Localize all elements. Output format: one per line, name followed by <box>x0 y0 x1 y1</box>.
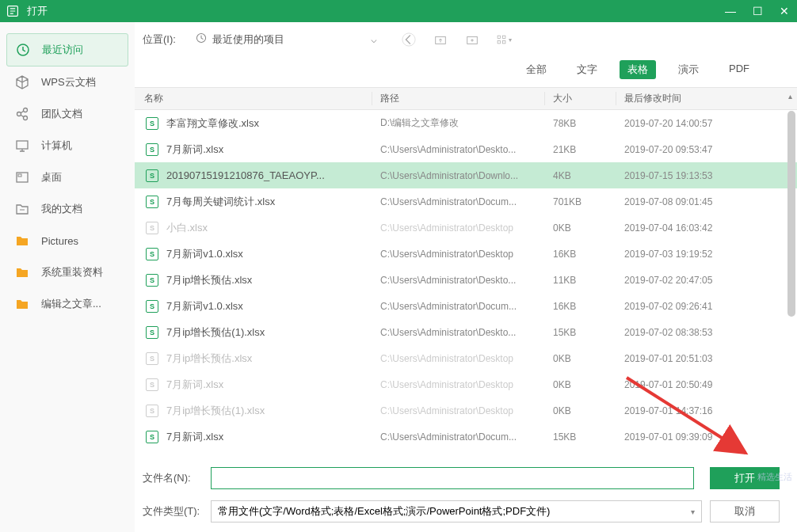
file-path: C:\Users\Administrator\Docum... <box>372 196 545 207</box>
col-name-header[interactable]: 名称 <box>135 92 372 105</box>
file-size: 16KB <box>545 301 616 312</box>
file-row[interactable]: S7月ip增长预估(1).xlsxC:\Users\Administrator\… <box>135 397 797 424</box>
sidebar-item-label: Pictures <box>41 235 78 247</box>
file-row[interactable]: S7月每周关键词统计.xlsxC:\Users\Administrator\Do… <box>135 188 797 215</box>
filter-tab-文字[interactable]: 文字 <box>569 60 605 79</box>
svg-rect-15 <box>502 40 505 44</box>
file-date: 2019-07-01 09:39:09 <box>616 431 797 443</box>
share-icon <box>14 106 30 122</box>
file-date: 2019-07-04 16:03:42 <box>616 222 797 234</box>
sidebar-item-6[interactable]: Pictures <box>0 225 135 256</box>
file-size: 15KB <box>545 431 616 443</box>
clock-icon <box>15 42 31 58</box>
file-date: 2019-07-01 20:51:03 <box>616 353 797 364</box>
file-path: C:\Users\Administrator\Docum... <box>372 301 545 312</box>
col-date-header[interactable]: 最后修改时间▴ <box>616 92 797 105</box>
scrollbar-thumb[interactable] <box>787 111 795 317</box>
xlsx-icon: S <box>146 221 160 235</box>
filter-tab-演示[interactable]: 演示 <box>670 60 707 79</box>
minimize-button[interactable]: ― <box>724 5 737 17</box>
monitor-icon <box>14 138 30 154</box>
cube-icon <box>14 74 30 90</box>
file-row[interactable]: S7月ip增长预估(1).xlsxC:\Users\Administrator\… <box>135 319 797 345</box>
svg-point-3 <box>24 108 28 112</box>
col-size-header[interactable]: 大小 <box>545 92 616 105</box>
watermark: 精选生活 <box>757 471 792 483</box>
close-button[interactable]: ✕ <box>778 5 791 17</box>
file-date: 2019-07-20 09:53:47 <box>616 144 797 155</box>
filetype-select[interactable]: 常用文件(文字/Word格式;表格/Excel格式;演示/PowerPoint格… <box>211 500 702 522</box>
file-row[interactable]: S7月新词.xlsxC:\Users\Administrator\Desktop… <box>135 371 797 397</box>
svg-rect-5 <box>17 141 28 149</box>
xlsx-icon: S <box>146 404 160 418</box>
sidebar-item-label: 桌面 <box>41 170 62 184</box>
file-date: 2019-07-15 19:13:53 <box>616 170 797 181</box>
file-date: 2019-07-08 09:01:45 <box>616 196 797 207</box>
up-folder-icon[interactable] <box>433 32 448 48</box>
file-row[interactable]: S7月ip增长预估.xlsxC:\Users\Administrator\Des… <box>135 345 797 371</box>
titlebar: 打开 ― ☐ ✕ <box>0 0 797 22</box>
location-dropdown[interactable]: 最近使用的项目 ⌵ <box>195 32 377 48</box>
sidebar-item-5[interactable]: 我的文档 <box>0 193 135 225</box>
filter-tab-PDF[interactable]: PDF <box>721 60 757 79</box>
file-size: 0KB <box>545 353 616 364</box>
filetype-label: 文件类型(T): <box>143 504 203 519</box>
back-icon[interactable] <box>401 32 417 48</box>
maximize-button[interactable]: ☐ <box>751 5 764 17</box>
sidebar-item-8[interactable]: 编辑之文章... <box>0 288 135 320</box>
sidebar-item-2[interactable]: 团队文档 <box>0 98 135 130</box>
xlsx-icon: S <box>146 247 160 261</box>
filename-label: 文件名(N): <box>143 471 203 485</box>
file-size: 701KB <box>545 196 616 207</box>
location-bar: 位置(I): 最近使用的项目 ⌵ ▾ <box>135 32 797 57</box>
filter-tab-全部[interactable]: 全部 <box>518 60 555 79</box>
file-row[interactable]: S小白.xlsxC:\Users\Administrator\Desktop0K… <box>135 215 797 241</box>
file-size: 4KB <box>545 170 616 181</box>
sidebar-item-0[interactable]: 最近访问 <box>6 33 128 66</box>
xlsx-icon: S <box>146 142 160 157</box>
sidebar-item-label: 团队文档 <box>41 107 82 121</box>
xlsx-icon: S <box>146 116 160 131</box>
file-row[interactable]: S7月新词.xlsxC:\Users\Administrator\Deskto.… <box>135 136 797 162</box>
sidebar: 最近访问WPS云文档团队文档计算机桌面我的文档Pictures系统重装资料编辑之… <box>0 22 135 532</box>
file-name: 7月新词v1.0.xlsx <box>166 247 372 261</box>
sidebar-item-7[interactable]: 系统重装资料 <box>0 256 135 288</box>
sidebar-item-label: 最近访问 <box>42 43 83 57</box>
file-row[interactable]: S20190715191210876_TAEAOYP...C:\Users\Ad… <box>135 162 797 188</box>
filter-tab-表格[interactable]: 表格 <box>620 60 656 79</box>
file-size: 16KB <box>545 249 616 260</box>
sidebar-item-4[interactable]: 桌面 <box>0 162 135 193</box>
file-row[interactable]: S7月新词.xlsxC:\Users\Administrator\Docum..… <box>135 424 797 450</box>
app-icon <box>6 4 21 18</box>
sidebar-item-label: 编辑之文章... <box>41 297 101 311</box>
new-folder-icon[interactable] <box>464 32 480 48</box>
sidebar-item-3[interactable]: 计算机 <box>0 130 135 162</box>
bottom-panel: 文件名(N): 打开 文件类型(T): 常用文件(文字/Word格式;表格/Ex… <box>135 456 797 532</box>
sidebar-item-label: 计算机 <box>41 139 72 153</box>
xlsx-icon: S <box>146 325 160 340</box>
view-icon[interactable]: ▾ <box>496 32 512 48</box>
file-path: C:\Users\Administrator\Deskto... <box>372 275 545 286</box>
cancel-button[interactable]: 取消 <box>710 500 780 522</box>
file-date: 2019-07-01 20:50:49 <box>616 379 797 390</box>
file-row[interactable]: S7月新词v1.0.xlsxC:\Users\Administrator\Des… <box>135 241 797 267</box>
file-size: 15KB <box>545 327 616 338</box>
file-size: 0KB <box>545 222 616 234</box>
xlsx-icon: S <box>146 169 160 183</box>
xlsx-icon: S <box>146 378 160 392</box>
sidebar-item-1[interactable]: WPS云文档 <box>0 66 135 98</box>
folder-icon <box>14 264 30 280</box>
sidebar-item-label: WPS云文档 <box>41 75 96 89</box>
file-row[interactable]: S7月ip增长预估.xlsxC:\Users\Administrator\Des… <box>135 267 797 293</box>
file-path: C:\Users\Administrator\Desktop <box>372 222 545 234</box>
svg-rect-13 <box>502 36 505 39</box>
filename-input[interactable] <box>211 467 694 489</box>
col-path-header[interactable]: 路径 <box>372 92 545 105</box>
file-row[interactable]: S李富翔文章修改.xlsxD:\编辑之文章修改78KB2019-07-20 14… <box>135 110 797 136</box>
file-size: 0KB <box>545 405 616 416</box>
file-size: 21KB <box>545 144 616 155</box>
file-date: 2019-07-01 14:37:16 <box>616 405 797 416</box>
file-name: 小白.xlsx <box>166 221 372 235</box>
file-name: 20190715191210876_TAEAOYP... <box>166 169 372 181</box>
file-row[interactable]: S7月新词v1.0.xlsxC:\Users\Administrator\Doc… <box>135 293 797 319</box>
